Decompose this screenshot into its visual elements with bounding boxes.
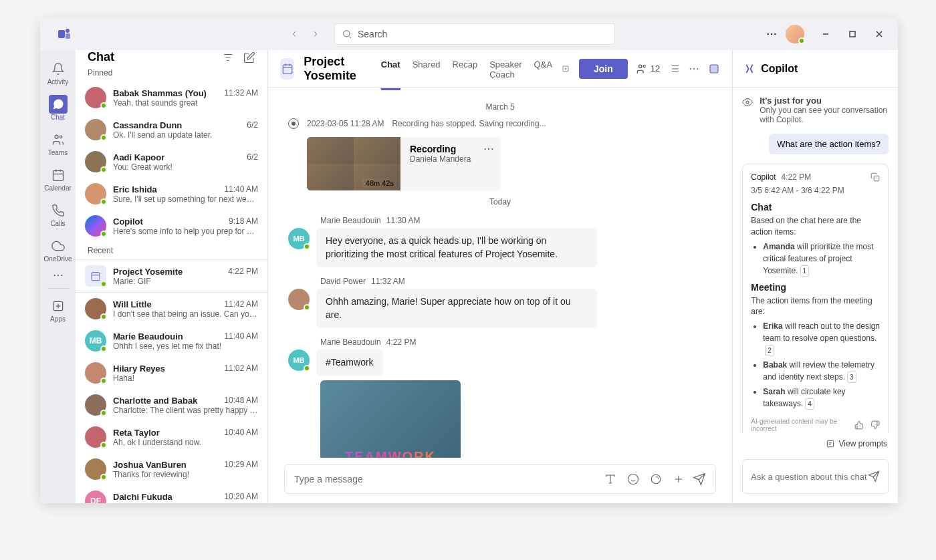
search-input[interactable]: Search xyxy=(334,23,615,45)
action-item: Babak will review the telemetry and iden… xyxy=(763,359,880,383)
rail-teams[interactable]: Teams xyxy=(41,126,76,160)
minimize-button[interactable] xyxy=(812,23,839,45)
message-compose[interactable] xyxy=(284,464,716,494)
chat-list-item[interactable]: Eric Ishida11:40 AM Sure, I'll set up so… xyxy=(76,178,267,210)
svg-point-3 xyxy=(344,31,350,37)
chat-time: 11:40 AM xyxy=(224,331,258,341)
pinned-section: Pinned xyxy=(76,64,267,82)
rail-calls[interactable]: Calls xyxy=(41,197,76,231)
copy-icon[interactable] xyxy=(870,172,880,182)
chat-avatar xyxy=(85,298,106,319)
chat-avatar xyxy=(85,265,106,287)
nav-forward[interactable] xyxy=(308,26,324,42)
copilot-panel: Copilot It's just for you Only you can s… xyxy=(733,50,898,503)
rail-label: Calls xyxy=(50,220,65,227)
thumbs-down-icon[interactable] xyxy=(870,420,880,430)
reference-badge[interactable]: 2 xyxy=(765,345,774,356)
copilot-input[interactable] xyxy=(751,472,868,482)
chat-list-item[interactable]: Babak Shammas (You)11:32 AM Yeah, that s… xyxy=(76,82,267,114)
rail-more[interactable] xyxy=(52,269,64,284)
chat-name: Eric Ishida xyxy=(113,184,157,194)
svg-point-26 xyxy=(651,474,661,484)
gif-attachment[interactable]: TEAMWORK xyxy=(320,380,461,458)
emoji-icon[interactable] xyxy=(627,473,639,485)
reference-badge[interactable]: 3 xyxy=(847,372,856,383)
recording-card[interactable]: 48m 42s Recording Daniela Mandera ⋯ xyxy=(307,137,501,190)
tab-shared[interactable]: Shared xyxy=(413,50,441,90)
message-bubble: Ohhh amazing, Marie! Super appreciate ho… xyxy=(316,289,597,328)
chat-list-item[interactable]: Copilot9:18 AM Here's some info to help … xyxy=(76,210,267,242)
chat-list-item[interactable]: MB Marie Beaudouin11:40 AM Ohhh I see, y… xyxy=(76,325,267,357)
tab-recap[interactable]: Recap xyxy=(453,50,478,90)
tab-q&a[interactable]: Q&A xyxy=(534,50,552,90)
chat-avatar xyxy=(85,87,106,108)
chat-avatar xyxy=(85,394,106,416)
presence-indicator xyxy=(100,281,107,287)
svg-rect-15 xyxy=(92,273,100,281)
svg-point-8 xyxy=(55,135,58,138)
list-icon[interactable] xyxy=(668,63,680,75)
reference-badge[interactable]: 4 xyxy=(805,398,814,410)
action-item: Amanda will prioritize the most critical… xyxy=(763,241,880,277)
loop-icon[interactable] xyxy=(650,473,662,485)
chat-list-item[interactable]: Hilary Reyes11:02 AM Haha! xyxy=(76,357,267,389)
thumbs-up-icon[interactable] xyxy=(854,420,864,430)
chat-list-item[interactable]: DF Daichi Fukuda10:20 AM You: Thank you!… xyxy=(76,485,267,503)
nav-back[interactable] xyxy=(286,26,302,42)
maximize-button[interactable] xyxy=(839,23,866,45)
apps-icon xyxy=(51,299,65,313)
chat-list-item[interactable]: Will Little11:42 AM I don't see that bei… xyxy=(76,293,267,325)
rail-calendar[interactable]: Calendar xyxy=(41,162,76,196)
svg-rect-10 xyxy=(53,170,63,180)
message-sender: David Power11:32 AM xyxy=(320,277,712,286)
copilot-response-card: Copilot 4:22 PM 3/5 6:42 AM - 3/6 4:22 P… xyxy=(742,164,889,432)
tab-chat[interactable]: Chat xyxy=(381,50,400,90)
close-button[interactable] xyxy=(866,23,893,45)
format-icon[interactable] xyxy=(604,473,616,485)
more-icon[interactable] xyxy=(688,63,700,75)
chat-time: 4:22 PM xyxy=(228,267,258,277)
add-tab-icon[interactable] xyxy=(562,63,570,75)
send-icon[interactable] xyxy=(693,472,706,486)
rail-onedrive[interactable]: OneDrive xyxy=(41,233,76,267)
chat-list-item[interactable]: Aadi Kapoor6/2 You: Great work! xyxy=(76,146,267,178)
rail-activity[interactable]: Activity xyxy=(41,55,76,90)
conversation-panel: Project Yosemite ChatSharedRecapSpeaker … xyxy=(268,50,733,503)
more-icon[interactable] xyxy=(766,28,778,40)
copilot-input-box[interactable] xyxy=(742,459,889,494)
message-input[interactable] xyxy=(294,474,604,484)
chat-preview: You: Great work! xyxy=(113,162,258,172)
recording-more-icon[interactable]: ⋯ xyxy=(483,142,494,155)
presence-indicator xyxy=(100,345,107,352)
recording-indicator-icon xyxy=(288,118,299,129)
chat-list-item[interactable]: Joshua VanBuren10:29 AM Thanks for revie… xyxy=(76,453,267,485)
chat-time: 11:02 AM xyxy=(224,364,258,374)
message-block: David Power11:32 AM Ohhh amazing, Marie!… xyxy=(288,277,712,328)
join-button[interactable]: Join xyxy=(579,59,628,79)
chat-list-item[interactable]: Reta Taylor10:40 AM Ah, ok I understand … xyxy=(76,421,267,453)
chat-list-item[interactable]: Charlotte and Babak10:48 AM Charlotte: T… xyxy=(76,389,267,421)
search-icon xyxy=(342,29,352,39)
rail-chat[interactable]: Chat xyxy=(41,91,76,125)
chat-time: 11:40 AM xyxy=(224,184,258,194)
reference-badge[interactable]: 1 xyxy=(800,265,810,277)
cloud-icon xyxy=(51,239,65,253)
compose-icon[interactable] xyxy=(243,51,255,63)
send-icon[interactable] xyxy=(868,470,880,482)
chat-list-item[interactable]: Project Yosemite4:22 PM Marie: GIF xyxy=(76,259,267,293)
filter-icon[interactable] xyxy=(222,51,234,63)
rail-label: Activity xyxy=(47,78,69,86)
view-prompts-button[interactable]: View prompts xyxy=(733,432,898,455)
participant-count[interactable]: 12 xyxy=(636,63,660,75)
chat-list-item[interactable]: Cassandra Dunn6/2 Ok. I'll send an updat… xyxy=(76,114,267,146)
svg-point-12 xyxy=(57,275,58,276)
rail-apps[interactable]: Apps xyxy=(41,293,76,327)
tab-speaker-coach[interactable]: Speaker Coach xyxy=(489,50,521,90)
svg-point-6 xyxy=(774,33,776,35)
plus-icon[interactable] xyxy=(673,473,685,485)
user-avatar[interactable] xyxy=(786,25,804,43)
copilot-toggle-icon[interactable] xyxy=(708,63,720,75)
presence-indicator xyxy=(100,442,107,448)
chat-preview: Charlotte: The client was pretty happy w… xyxy=(113,406,258,415)
copilot-name: Copilot xyxy=(751,172,776,182)
